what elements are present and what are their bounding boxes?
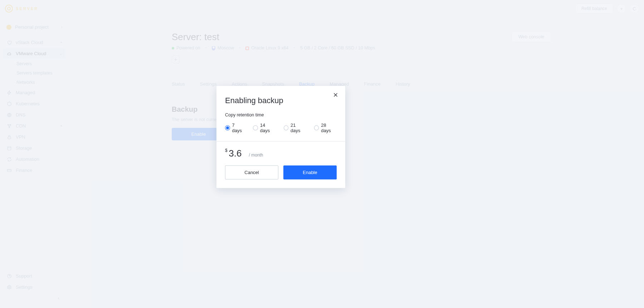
radio-icon	[314, 125, 319, 130]
price-value: 3.6	[229, 148, 241, 159]
retention-option-label: 7 days	[232, 122, 245, 133]
retention-option-7[interactable]: 7 days	[225, 122, 245, 133]
divider	[216, 141, 345, 141]
retention-option-28[interactable]: 28 days	[314, 122, 337, 133]
enable-button[interactable]: Enable	[283, 165, 337, 179]
dialog-close-button[interactable]	[332, 91, 340, 99]
retention-option-label: 14 days	[260, 122, 276, 133]
price-period: / month	[249, 153, 263, 158]
dialog-title: Enabling backup	[225, 96, 337, 105]
cancel-button[interactable]: Cancel	[225, 165, 278, 179]
dialog-actions: Cancel Enable	[225, 165, 337, 179]
dialog-label: Copy retention time	[225, 112, 337, 117]
radio-icon	[225, 125, 230, 130]
price: $ 3.6 / month	[225, 148, 337, 159]
retention-option-label: 28 days	[321, 122, 337, 133]
retention-option-21[interactable]: 21 days	[284, 122, 306, 133]
close-icon	[332, 92, 339, 98]
retention-option-label: 21 days	[291, 122, 306, 133]
enable-backup-dialog: Enabling backup Copy retention time 7 da…	[216, 86, 345, 188]
retention-options: 7 days 14 days 21 days 28 days	[225, 122, 337, 133]
radio-icon	[284, 125, 289, 130]
price-currency: $	[225, 148, 228, 153]
radio-icon	[253, 125, 258, 130]
retention-option-14[interactable]: 14 days	[253, 122, 275, 133]
